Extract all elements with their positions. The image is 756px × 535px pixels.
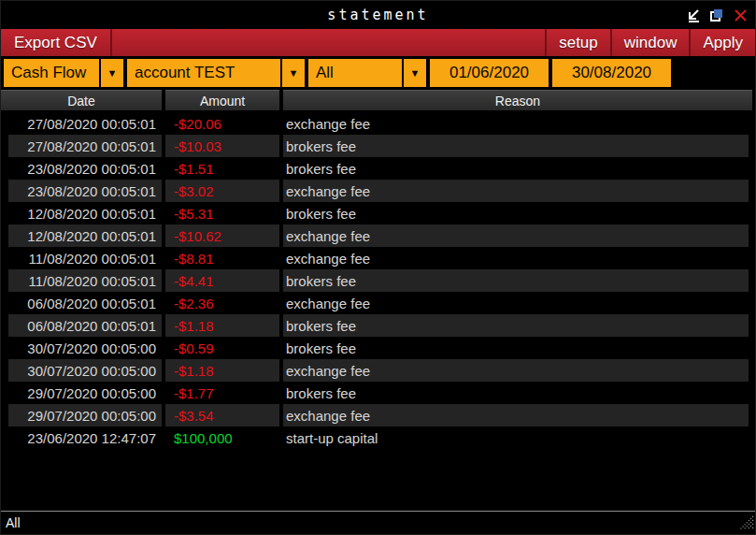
row-date: 30/07/2020 00:05:00: [8, 337, 162, 359]
row-reason: start-up capital: [283, 427, 749, 449]
row-amount: -$20.06: [165, 112, 279, 135]
row-reason: brokers fee: [283, 382, 749, 404]
chevron-down-icon[interactable]: ▼: [404, 59, 426, 87]
report-type-select[interactable]: Cash Flow ▼: [4, 59, 123, 87]
row-date: 11/08/2020 00:05:01: [8, 247, 162, 269]
row-date: 06/08/2020 00:05:01: [8, 292, 162, 314]
row-reason: brokers fee: [283, 135, 749, 157]
row-date: 06/08/2020 00:05:01: [8, 314, 162, 337]
table-row[interactable]: 11/08/2020 00:05:01 -$4.41 brokers fee: [1, 269, 755, 292]
table-row[interactable]: 29/07/2020 00:05:00 -$3.54 exchange fee: [1, 404, 755, 427]
table-row[interactable]: 23/08/2020 00:05:01 -$1.51 brokers fee: [1, 157, 755, 180]
window-title: statement: [1, 1, 755, 29]
toolbar-spacer: [112, 29, 545, 56]
table-row[interactable]: 23/06/2020 12:47:07 $100,000 start-up ca…: [1, 427, 755, 449]
table-row[interactable]: 30/07/2020 00:05:00 -$1.18 exchange fee: [1, 359, 755, 382]
close-icon[interactable]: [733, 7, 748, 22]
row-amount: $100,000: [165, 427, 279, 449]
row-reason: brokers fee: [283, 314, 749, 337]
row-amount: -$0.59: [165, 337, 279, 359]
row-date: 27/08/2020 00:05:01: [8, 135, 162, 157]
row-date: 27/08/2020 00:05:01: [8, 112, 162, 135]
table-row[interactable]: 11/08/2020 00:05:01 -$8.81 exchange fee: [1, 247, 755, 269]
row-reason: brokers fee: [283, 157, 749, 180]
status-text: All: [6, 515, 21, 530]
resize-grip[interactable]: [739, 515, 754, 533]
row-date: 23/08/2020 00:05:01: [8, 180, 162, 202]
row-reason: exchange fee: [283, 404, 749, 427]
row-amount: -$4.41: [165, 269, 279, 292]
scope-value: All: [308, 59, 402, 87]
row-date: 29/07/2020 00:05:00: [8, 404, 162, 427]
row-amount: -$2.36: [165, 292, 279, 314]
row-amount: -$1.18: [165, 314, 279, 337]
date-to-input[interactable]: 30/08/2020: [552, 59, 671, 87]
row-date: 30/07/2020 00:05:00: [8, 359, 162, 382]
table-row[interactable]: 06/08/2020 00:05:01 -$1.18 brokers fee: [1, 314, 755, 337]
table-row[interactable]: 23/08/2020 00:05:01 -$3.02 exchange fee: [1, 180, 755, 202]
window-controls: [686, 1, 748, 29]
row-date: 12/08/2020 00:05:01: [8, 224, 162, 247]
column-header-date[interactable]: Date: [1, 90, 162, 110]
apply-button[interactable]: Apply: [689, 29, 755, 56]
export-csv-button[interactable]: Export CSV: [1, 29, 112, 56]
row-reason: brokers fee: [283, 269, 749, 292]
empty-area: [1, 449, 755, 511]
window-button[interactable]: window: [610, 29, 690, 56]
row-date: 12/08/2020 00:05:01: [8, 202, 162, 224]
table-header: Date Amount Reason: [1, 89, 755, 112]
account-select[interactable]: account TEST ▼: [127, 59, 305, 87]
table-row[interactable]: 12/08/2020 00:05:01 -$10.62 exchange fee: [1, 224, 755, 247]
row-amount: -$8.81: [165, 247, 279, 269]
row-reason: exchange fee: [283, 292, 749, 314]
row-amount: -$10.62: [165, 224, 279, 247]
table-body: 27/08/2020 00:05:01 -$20.06 exchange fee…: [1, 112, 755, 449]
table-row[interactable]: 12/08/2020 00:05:01 -$5.31 brokers fee: [1, 202, 755, 224]
row-amount: -$10.03: [165, 135, 279, 157]
maximize-icon[interactable]: [709, 7, 724, 22]
chevron-down-icon[interactable]: ▼: [101, 59, 123, 87]
row-date: 23/06/2020 12:47:07: [8, 427, 162, 449]
row-reason: exchange fee: [283, 247, 749, 269]
minimize-to-corner-icon[interactable]: [686, 7, 701, 22]
row-amount: -$1.51: [165, 157, 279, 180]
report-type-value: Cash Flow: [4, 59, 99, 87]
column-header-reason[interactable]: Reason: [283, 90, 752, 110]
row-amount: -$3.02: [165, 180, 279, 202]
table-row[interactable]: 27/08/2020 00:05:01 -$10.03 brokers fee: [1, 135, 755, 157]
scope-select[interactable]: All ▼: [308, 59, 426, 87]
row-date: 11/08/2020 00:05:01: [8, 269, 162, 292]
row-amount: -$1.77: [165, 382, 279, 404]
row-amount: -$3.54: [165, 404, 279, 427]
chevron-down-icon[interactable]: ▼: [282, 59, 305, 87]
row-reason: exchange fee: [283, 112, 749, 135]
date-from-input[interactable]: 01/06/2020: [430, 59, 549, 87]
row-reason: exchange fee: [283, 180, 749, 202]
table-row[interactable]: 29/07/2020 00:05:00 -$1.77 brokers fee: [1, 382, 755, 404]
row-reason: exchange fee: [283, 224, 749, 247]
table-row[interactable]: 06/08/2020 00:05:01 -$2.36 exchange fee: [1, 292, 755, 314]
filter-bar: Cash Flow ▼ account TEST ▼ All ▼ 01/06/2…: [1, 56, 755, 89]
toolbar: Export CSV setup window Apply: [1, 29, 755, 56]
row-reason: brokers fee: [283, 337, 749, 359]
title-bar[interactable]: statement: [1, 1, 755, 29]
statement-window: statement Expo: [0, 0, 756, 535]
row-reason: exchange fee: [283, 359, 749, 382]
table-row[interactable]: 30/07/2020 00:05:00 -$0.59 brokers fee: [1, 337, 755, 359]
setup-button[interactable]: setup: [545, 29, 610, 56]
row-date: 23/08/2020 00:05:01: [8, 157, 162, 180]
row-amount: -$5.31: [165, 202, 279, 224]
account-value: account TEST: [127, 59, 280, 87]
table-row[interactable]: 27/08/2020 00:05:01 -$20.06 exchange fee: [1, 112, 755, 135]
column-header-amount[interactable]: Amount: [165, 90, 279, 110]
row-date: 29/07/2020 00:05:00: [8, 382, 162, 404]
status-bar: All: [1, 511, 755, 534]
row-reason: brokers fee: [283, 202, 749, 224]
row-amount: -$1.18: [165, 359, 279, 382]
